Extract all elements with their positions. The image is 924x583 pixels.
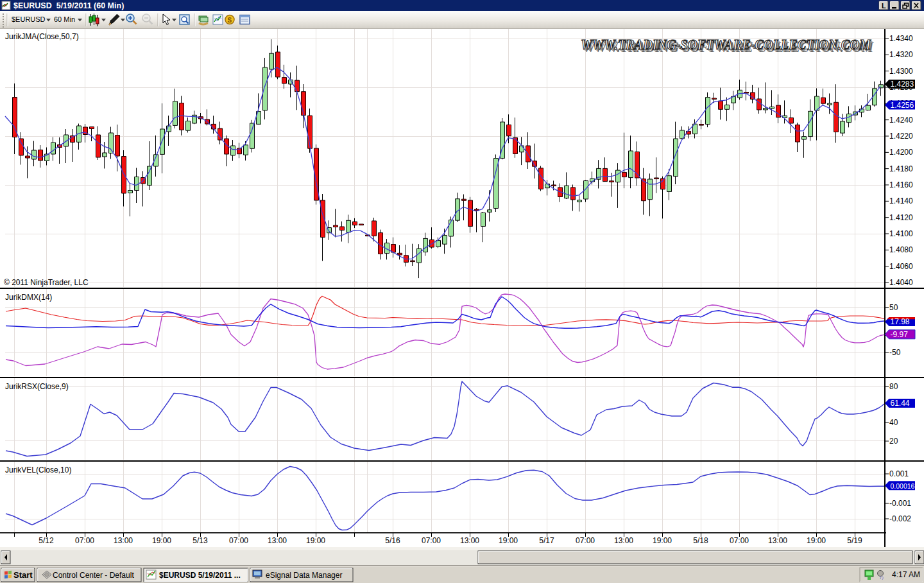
svg-text:17.98: 17.98 bbox=[891, 317, 910, 326]
svg-text:L: L bbox=[882, 2, 886, 10]
svg-text:07:00: 07:00 bbox=[730, 536, 749, 545]
svg-text:19:00: 19:00 bbox=[499, 536, 518, 545]
svg-text:13:00: 13:00 bbox=[614, 536, 633, 545]
svg-text:07:00: 07:00 bbox=[576, 536, 595, 545]
svg-text:13:00: 13:00 bbox=[460, 536, 479, 545]
svg-text:WWW.TRADING-SOFTWARE-COLLECTIO: WWW.TRADING-SOFTWARE-COLLECTION.COM bbox=[581, 36, 871, 53]
svg-text:19:00: 19:00 bbox=[152, 536, 171, 545]
svg-text:4:17 AM: 4:17 AM bbox=[892, 570, 920, 579]
svg-text:1.4160: 1.4160 bbox=[889, 180, 913, 189]
svg-text:1.4340: 1.4340 bbox=[889, 34, 913, 43]
svg-text:20: 20 bbox=[889, 437, 898, 446]
svg-text:1.4060: 1.4060 bbox=[889, 262, 913, 271]
svg-text:-50: -50 bbox=[889, 348, 901, 357]
svg-text:$EURUSD 5/19/2011 (60 Min): $EURUSD 5/19/2011 (60 Min) bbox=[13, 1, 124, 10]
svg-text:1.4300: 1.4300 bbox=[889, 67, 913, 76]
svg-text:-0.002: -0.002 bbox=[889, 514, 911, 523]
svg-text:5/18: 5/18 bbox=[693, 536, 708, 545]
svg-text:19:00: 19:00 bbox=[653, 536, 672, 545]
svg-text:0.00016: 0.00016 bbox=[891, 482, 915, 490]
svg-text:$EURUSD: $EURUSD bbox=[12, 15, 46, 23]
svg-text:1.4100: 1.4100 bbox=[889, 229, 913, 238]
svg-text:1.4120: 1.4120 bbox=[889, 213, 913, 222]
svg-text:80: 80 bbox=[889, 382, 898, 391]
svg-text:1.4080: 1.4080 bbox=[889, 245, 913, 254]
svg-text:Control Center - Default: Control Center - Default bbox=[53, 571, 134, 580]
svg-text:07:00: 07:00 bbox=[75, 536, 94, 545]
svg-text:5/19: 5/19 bbox=[847, 536, 862, 545]
svg-text:© 2011 NinjaTrader, LLC: © 2011 NinjaTrader, LLC bbox=[4, 278, 89, 287]
svg-text:13:00: 13:00 bbox=[768, 536, 787, 545]
svg-text:1.4256: 1.4256 bbox=[891, 101, 914, 110]
svg-text:$EURUSD 5/19/2011 ...: $EURUSD 5/19/2011 ... bbox=[159, 571, 241, 580]
svg-text:JurikDMX(14): JurikDMX(14) bbox=[5, 293, 52, 302]
svg-text:50: 50 bbox=[889, 303, 898, 312]
svg-text:5/12: 5/12 bbox=[38, 536, 54, 545]
svg-text:JurikRSX(Close,9): JurikRSX(Close,9) bbox=[5, 382, 69, 391]
svg-text:1.4180: 1.4180 bbox=[889, 164, 913, 173]
svg-text:60 Min: 60 Min bbox=[54, 15, 75, 23]
svg-text:eSignal Data Manager: eSignal Data Manager bbox=[266, 571, 342, 580]
svg-text:1.4140: 1.4140 bbox=[889, 196, 913, 205]
svg-text:-0.001: -0.001 bbox=[889, 499, 911, 508]
svg-text:JurikVEL(Close,10): JurikVEL(Close,10) bbox=[5, 466, 71, 474]
svg-text:5/16: 5/16 bbox=[385, 536, 400, 545]
svg-text:S: S bbox=[228, 17, 232, 24]
svg-text:1.4220: 1.4220 bbox=[889, 132, 913, 141]
svg-text:1.4040: 1.4040 bbox=[889, 278, 913, 287]
svg-text:0.001: 0.001 bbox=[889, 469, 909, 478]
svg-text:19:00: 19:00 bbox=[807, 536, 826, 545]
svg-text:1.4320: 1.4320 bbox=[889, 50, 913, 59]
svg-text:13:00: 13:00 bbox=[114, 536, 133, 545]
svg-text:1.4240: 1.4240 bbox=[889, 116, 913, 125]
svg-text:13:00: 13:00 bbox=[268, 536, 287, 545]
svg-text:5/13: 5/13 bbox=[193, 536, 208, 545]
svg-text:1.4283: 1.4283 bbox=[891, 80, 914, 89]
svg-text:1.4200: 1.4200 bbox=[889, 148, 913, 157]
svg-text:5/17: 5/17 bbox=[539, 536, 554, 545]
svg-text:07:00: 07:00 bbox=[422, 536, 441, 545]
svg-text:19:00: 19:00 bbox=[306, 536, 325, 545]
svg-text:Start: Start bbox=[13, 570, 33, 580]
svg-text:61.44: 61.44 bbox=[891, 399, 910, 408]
svg-text:-9.97: -9.97 bbox=[891, 330, 909, 339]
svg-text:JurikJMA(Close,50,7): JurikJMA(Close,50,7) bbox=[5, 32, 79, 41]
svg-text:40: 40 bbox=[889, 418, 898, 427]
svg-text:07:00: 07:00 bbox=[229, 536, 248, 545]
